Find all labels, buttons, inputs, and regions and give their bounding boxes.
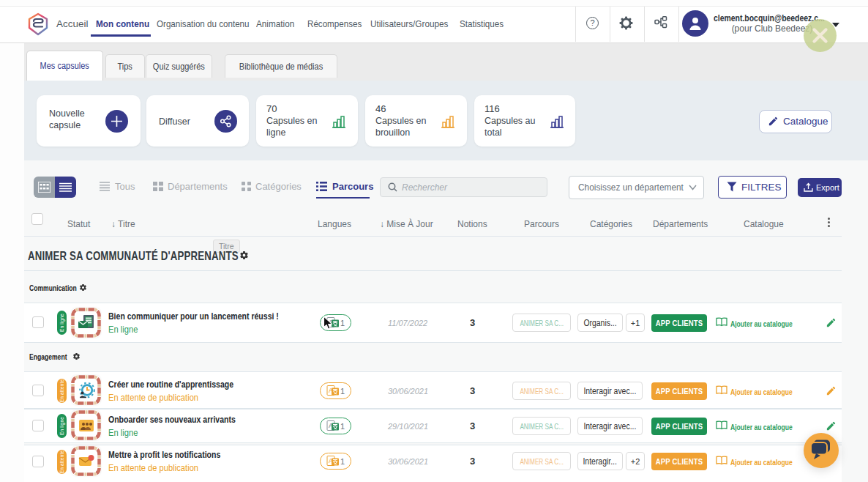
svg-text:1: 1 bbox=[340, 457, 345, 466]
svg-text:1: 1 bbox=[340, 422, 345, 431]
svg-text:1: 1 bbox=[340, 319, 345, 327]
svg-text:1: 1 bbox=[340, 387, 345, 396]
